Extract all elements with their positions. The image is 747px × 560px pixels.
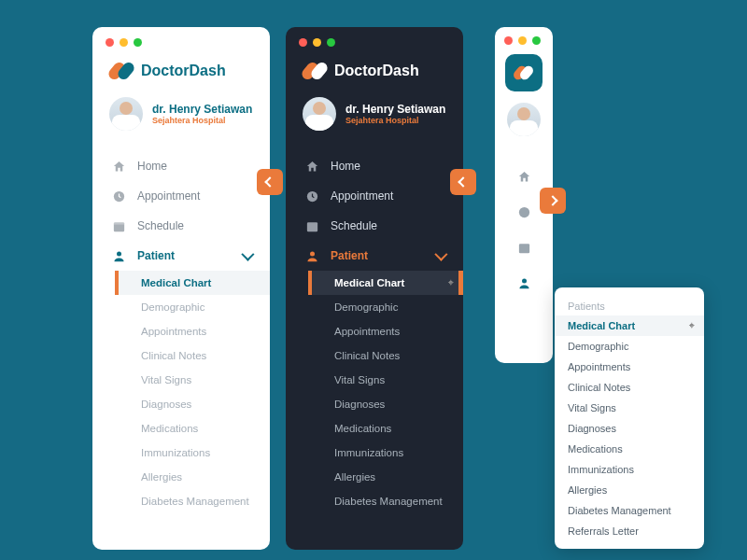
sub-item-medications[interactable]: Medications — [115, 416, 270, 441]
sub-item-demographic[interactable]: Demographic — [308, 295, 463, 319]
sub-item-diabetes[interactable]: Diabetes Management — [308, 489, 463, 513]
clock-icon — [111, 189, 126, 203]
maximize-dot[interactable] — [134, 38, 142, 47]
window-controls — [495, 27, 553, 50]
svg-point-9 — [522, 278, 527, 283]
avatar — [303, 97, 336, 131]
sub-item-allergies[interactable]: Allergies — [115, 465, 270, 489]
nav-label: Patient — [137, 249, 175, 262]
maximize-dot[interactable] — [327, 38, 335, 47]
sub-item-diabetes[interactable]: Diabetes Management — [115, 489, 270, 513]
avatar — [109, 97, 143, 131]
logo-collapsed — [505, 54, 543, 91]
patient-submenu: Medical Chart⌖ Demographic Appointments … — [286, 271, 463, 513]
minimize-dot[interactable] — [313, 38, 321, 47]
fly-item-diagnoses[interactable]: Diagnoses — [555, 418, 704, 439]
nav-label: Home — [331, 160, 360, 173]
minimize-dot[interactable] — [120, 38, 128, 47]
fly-item-medical-chart[interactable]: Medical Chart⌖ — [555, 315, 704, 336]
fly-item-referrals[interactable]: Referrals Letter — [555, 521, 704, 541]
maximize-dot[interactable] — [532, 36, 541, 45]
fly-item-vital-signs[interactable]: Vital Signs — [555, 398, 704, 418]
nav-item-appointment[interactable]: Appointment — [92, 181, 270, 211]
profile-name: dr. Henry Setiawan — [345, 103, 445, 116]
minimize-dot[interactable] — [518, 36, 527, 45]
svg-point-6 — [310, 251, 315, 256]
collapse-button[interactable] — [450, 169, 476, 195]
fly-item-diabetes[interactable]: Diabetes Management — [555, 500, 704, 521]
clock-icon — [304, 189, 319, 203]
sub-item-medications[interactable]: Medications — [308, 416, 463, 441]
nav-item-home[interactable]: Home — [286, 151, 463, 181]
chevron-down-icon — [434, 248, 447, 261]
svg-rect-5 — [306, 222, 317, 231]
nav-item-schedule[interactable]: Schedule — [92, 211, 270, 241]
nav-label: Patient — [331, 249, 368, 262]
profile[interactable]: dr. Henry Setiawan Sejahtera Hospital — [286, 93, 463, 147]
fly-item-immunizations[interactable]: Immunizations — [555, 459, 704, 480]
flyout-heading: Patients — [555, 295, 704, 315]
person-icon — [304, 248, 319, 263]
collapse-button[interactable] — [257, 169, 283, 195]
nav-icon-schedule[interactable] — [508, 231, 540, 263]
fly-item-appointments[interactable]: Appointments — [555, 357, 704, 377]
close-dot[interactable] — [504, 36, 513, 45]
profile-hospital: Sejahtera Hospital — [345, 116, 445, 125]
logo-icon — [514, 65, 534, 80]
sub-item-vital-signs[interactable]: Vital Signs — [308, 368, 463, 392]
nav-label: Appointment — [331, 189, 393, 203]
nav-item-home[interactable]: Home — [92, 151, 270, 181]
sub-item-medical-chart[interactable]: Medical Chart — [115, 271, 270, 295]
nav-icon-home[interactable] — [508, 161, 540, 192]
fly-item-clinical-notes[interactable]: Clinical Notes — [555, 377, 704, 398]
nav-item-patient[interactable]: Patient — [286, 241, 463, 271]
fly-item-demographic[interactable]: Demographic — [555, 336, 704, 357]
chevron-down-icon — [241, 248, 254, 261]
sub-item-appointments[interactable]: Appointments — [308, 319, 463, 343]
expand-button[interactable] — [540, 188, 566, 214]
svg-point-7 — [518, 206, 529, 217]
fly-item-allergies[interactable]: Allergies — [555, 480, 704, 500]
sub-item-allergies[interactable]: Allergies — [308, 465, 463, 489]
sub-item-diagnoses[interactable]: Diagnoses — [115, 392, 270, 416]
nav-icon-appointment[interactable] — [508, 196, 540, 228]
nav: Home Appointment Schedule Patient Medica… — [286, 147, 463, 517]
brand: DoctorDash — [92, 58, 270, 93]
svg-rect-8 — [518, 244, 529, 253]
nav-label: Schedule — [137, 219, 184, 232]
nav-icon-patient[interactable] — [508, 267, 540, 299]
logo-icon — [109, 62, 134, 80]
sub-item-medical-chart[interactable]: Medical Chart⌖ — [308, 271, 463, 295]
close-dot[interactable] — [106, 38, 114, 47]
nav-label: Home — [137, 160, 167, 173]
logo-icon — [303, 62, 327, 80]
sub-item-diagnoses[interactable]: Diagnoses — [308, 392, 463, 416]
close-dot[interactable] — [299, 38, 307, 47]
nav: Home Appointment Schedule Patient Medica… — [92, 147, 270, 517]
sub-item-clinical-notes[interactable]: Clinical Notes — [308, 343, 463, 368]
calendar-icon — [304, 218, 319, 233]
nav-item-schedule[interactable]: Schedule — [286, 211, 463, 241]
avatar[interactable] — [507, 103, 541, 136]
nav-collapsed — [495, 153, 553, 299]
sub-item-demographic[interactable]: Demographic — [115, 295, 270, 319]
profile-name: dr. Henry Setiawan — [152, 103, 252, 116]
profile-hospital: Sejahtera Hospital — [152, 116, 252, 125]
brand-name: DoctorDash — [141, 63, 226, 79]
fly-item-medications[interactable]: Medications — [555, 439, 704, 459]
person-icon — [111, 248, 126, 263]
svg-point-3 — [117, 251, 121, 256]
sub-item-appointments[interactable]: Appointments — [115, 319, 270, 343]
nav-item-appointment[interactable]: Appointment — [286, 181, 463, 211]
chevron-right-icon — [547, 195, 557, 205]
profile[interactable]: dr. Henry Setiawan Sejahtera Hospital — [92, 93, 270, 147]
chevron-left-icon — [458, 176, 468, 187]
nav-item-patient[interactable]: Patient — [92, 241, 270, 271]
cursor-icon: ⌖ — [448, 277, 454, 288]
sub-item-vital-signs[interactable]: Vital Signs — [115, 368, 270, 392]
sub-item-clinical-notes[interactable]: Clinical Notes — [115, 343, 270, 368]
sidebar-collapsed — [495, 27, 553, 363]
sub-item-immunizations[interactable]: Immunizations — [308, 441, 463, 465]
sub-item-immunizations[interactable]: Immunizations — [115, 441, 270, 465]
patient-flyout: Patients Medical Chart⌖ Demographic Appo… — [555, 287, 704, 549]
